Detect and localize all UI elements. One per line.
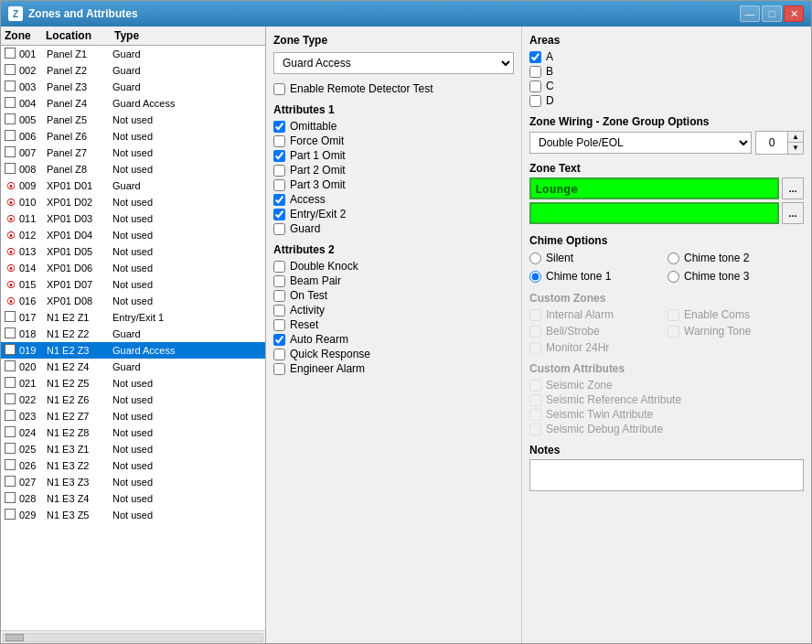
- notes-textarea[interactable]: [529, 459, 804, 491]
- area-A-checkbox[interactable]: [529, 51, 541, 63]
- zone-row[interactable]: 001 Panel Z1 Guard: [1, 46, 265, 62]
- zone-row[interactable]: 028 N1 E3 Z4 Not used: [1, 490, 265, 507]
- attr1-force_omit-checkbox[interactable]: [273, 135, 285, 147]
- custom-attr-seismic_debug-checkbox[interactable]: [529, 424, 541, 435]
- zone-checkbox[interactable]: [5, 459, 16, 470]
- close-button[interactable]: ✕: [784, 5, 804, 22]
- attr1-entry_exit2-checkbox[interactable]: [273, 209, 285, 220]
- zone-checkbox[interactable]: [5, 393, 16, 404]
- custom-attr-seismic_reference-checkbox[interactable]: [529, 394, 541, 406]
- attr2-auto_rearm-checkbox[interactable]: [273, 334, 285, 346]
- zone-row[interactable]: 019 N1 E2 Z3 Guard Access: [1, 342, 265, 359]
- zone-text-ellipsis2[interactable]: ...: [782, 202, 804, 224]
- area-D-checkbox[interactable]: [529, 95, 541, 107]
- zone-checkbox[interactable]: [5, 327, 16, 338]
- zone-row[interactable]: 024 N1 E2 Z8 Not used: [1, 424, 265, 441]
- attr1-guard-checkbox[interactable]: [273, 223, 285, 235]
- attr2-engineer_alarm-checkbox[interactable]: [273, 363, 285, 375]
- minimize-button[interactable]: —: [740, 5, 760, 22]
- zone-wiring-select[interactable]: Double Pole/EOLSingle EOLDouble EOLNorma…: [529, 132, 752, 154]
- zone-row[interactable]: 029 N1 E3 Z5 Not used: [1, 507, 265, 523]
- custom-zone-bell_strobe-checkbox[interactable]: [529, 326, 541, 338]
- area-B-checkbox[interactable]: [529, 66, 541, 78]
- custom-zone-monitor_24hr-checkbox[interactable]: [529, 342, 541, 354]
- zone-checkbox[interactable]: [5, 443, 16, 454]
- zone-row[interactable]: ⦿ 014 XP01 D06 Not used: [1, 260, 265, 276]
- zone-row[interactable]: 017 N1 E2 Z1 Entry/Exit 1: [1, 309, 265, 326]
- zone-text-ellipsis1[interactable]: ...: [782, 177, 804, 199]
- h-scroll-thumb[interactable]: [5, 634, 24, 641]
- custom-zone-internal_alarm-checkbox[interactable]: [529, 309, 541, 321]
- zone-checkbox[interactable]: [5, 476, 16, 487]
- zone-checkbox[interactable]: [5, 509, 16, 520]
- zone-row[interactable]: 003 Panel Z3 Guard: [1, 79, 265, 95]
- attr1-part1_omit-checkbox[interactable]: [273, 150, 285, 162]
- zone-checkbox[interactable]: [5, 130, 16, 141]
- custom-attr-seismic_twin-checkbox[interactable]: [529, 409, 541, 421]
- zone-checkbox[interactable]: [5, 311, 16, 322]
- zone-checkbox[interactable]: [5, 344, 16, 355]
- zone-row[interactable]: 007 Panel Z7 Not used: [1, 145, 265, 161]
- zone-checkbox[interactable]: [5, 360, 16, 371]
- zone-checkbox[interactable]: [5, 163, 16, 174]
- zone-checkbox[interactable]: [5, 64, 16, 75]
- zone-row[interactable]: 021 N1 E2 Z5 Not used: [1, 375, 265, 392]
- zone-row[interactable]: 020 N1 E2 Z4 Guard: [1, 359, 265, 375]
- zone-list-scroll[interactable]: 001 Panel Z1 Guard 002 Panel Z2 Guard 00…: [1, 46, 265, 630]
- custom-zone-enable_coms-checkbox[interactable]: [668, 309, 679, 321]
- attr2-beam_pair-checkbox[interactable]: [273, 275, 285, 287]
- area-C-checkbox[interactable]: [529, 80, 541, 92]
- zone-text-input2[interactable]: [529, 202, 779, 224]
- zone-row[interactable]: 023 N1 E2 Z7 Not used: [1, 408, 265, 424]
- maximize-button[interactable]: □: [762, 5, 782, 22]
- chime-chime_tone1-radio[interactable]: [529, 271, 541, 283]
- zone-checkbox[interactable]: [5, 80, 16, 91]
- spinner-down-button[interactable]: ▼: [788, 143, 803, 154]
- zone-row[interactable]: 027 N1 E3 Z3 Not used: [1, 474, 265, 490]
- attr2-activity-checkbox[interactable]: [273, 305, 285, 317]
- zone-row[interactable]: ⦿ 013 XP01 D05 Not used: [1, 243, 265, 260]
- zone-row[interactable]: 002 Panel Z2 Guard: [1, 62, 265, 79]
- zone-group-spinner-input[interactable]: [756, 132, 788, 154]
- zone-row[interactable]: ⦿ 009 XP01 D01 Guard: [1, 177, 265, 194]
- zone-type-select[interactable]: Guard AccessGuardEntry/Exit 1Entry/Exit …: [273, 52, 514, 74]
- attr1-part2_omit-checkbox[interactable]: [273, 165, 285, 177]
- zone-row[interactable]: 005 Panel Z5 Not used: [1, 112, 265, 128]
- horizontal-scrollbar[interactable]: [1, 630, 265, 643]
- zone-text-input1[interactable]: [529, 177, 779, 199]
- zone-checkbox[interactable]: [5, 492, 16, 503]
- zone-row[interactable]: ⦿ 010 XP01 D02 Not used: [1, 194, 265, 210]
- zone-row[interactable]: 022 N1 E2 Z6 Not used: [1, 392, 265, 408]
- h-scroll-track[interactable]: [3, 633, 263, 642]
- zone-checkbox[interactable]: [5, 113, 16, 124]
- zone-checkbox[interactable]: [5, 377, 16, 388]
- attr2-quick_response-checkbox[interactable]: [273, 349, 285, 360]
- attr2-on_test-checkbox[interactable]: [273, 290, 285, 302]
- chime-chime_tone2-radio[interactable]: [668, 252, 679, 264]
- attr1-part3_omit-checkbox[interactable]: [273, 179, 285, 191]
- enable-remote-checkbox[interactable]: [273, 83, 285, 95]
- zone-row[interactable]: ⦿ 012 XP01 D04 Not used: [1, 227, 265, 243]
- zone-row[interactable]: 026 N1 E3 Z2 Not used: [1, 457, 265, 474]
- zone-row[interactable]: 008 Panel Z8 Not used: [1, 161, 265, 177]
- zone-row[interactable]: ⦿ 015 XP01 D07 Not used: [1, 276, 265, 293]
- zone-checkbox[interactable]: [5, 410, 16, 421]
- attr1-omittable-checkbox[interactable]: [273, 121, 285, 133]
- custom-attr-seismic_zone-checkbox[interactable]: [529, 380, 541, 392]
- attr1-access-checkbox[interactable]: [273, 194, 285, 206]
- custom-zone-warning_tone-checkbox[interactable]: [668, 326, 679, 338]
- zone-checkbox[interactable]: [5, 146, 16, 157]
- attr2-reset-checkbox[interactable]: [273, 319, 285, 331]
- zone-row[interactable]: ⦿ 016 XP01 D08 Not used: [1, 293, 265, 309]
- chime-chime_tone3-radio[interactable]: [668, 271, 679, 283]
- zone-checkbox[interactable]: [5, 97, 16, 108]
- zone-row[interactable]: 018 N1 E2 Z2 Guard: [1, 326, 265, 342]
- zone-row[interactable]: 004 Panel Z4 Guard Access: [1, 95, 265, 112]
- spinner-up-button[interactable]: ▲: [788, 132, 803, 143]
- attr2-double_knock-checkbox[interactable]: [273, 261, 285, 273]
- zone-checkbox[interactable]: [5, 48, 16, 59]
- zone-checkbox[interactable]: [5, 426, 16, 437]
- chime-silent-radio[interactable]: [529, 252, 541, 264]
- zone-row[interactable]: 025 N1 E3 Z1 Not used: [1, 441, 265, 457]
- zone-row[interactable]: ⦿ 011 XP01 D03 Not used: [1, 210, 265, 227]
